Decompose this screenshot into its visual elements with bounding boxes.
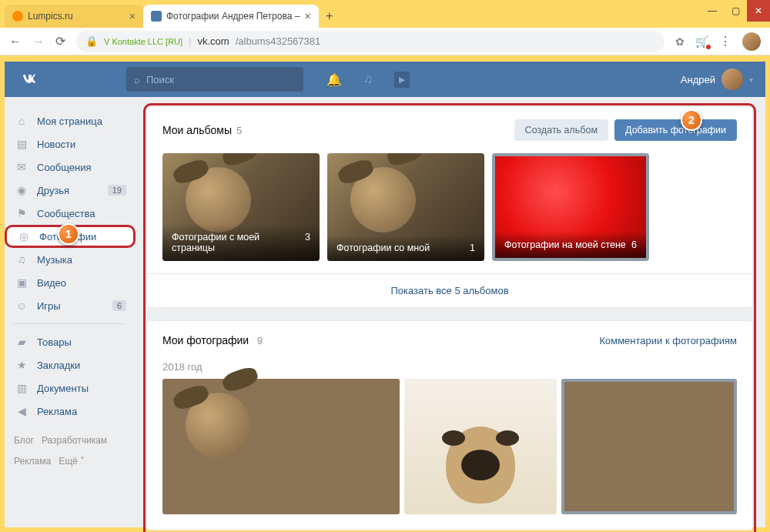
search-input[interactable]: ⌕ Поиск (126, 67, 303, 92)
photo-thumb[interactable] (561, 379, 737, 514)
back-icon[interactable]: ← (9, 35, 22, 49)
user-name: Андрей (681, 74, 715, 85)
url-field[interactable]: 🔒 V Kontakte LLC [RU] | vk.com/albums432… (76, 31, 665, 52)
extension-icon[interactable]: ✿ (675, 35, 685, 48)
sidebar-item-docs[interactable]: ▥Документы (5, 376, 136, 400)
vk-logo[interactable] (17, 67, 42, 92)
camera-icon: ◎ (16, 229, 32, 244)
footer-link[interactable]: Разработчикам (42, 432, 107, 450)
address-bar: ← → ⟳ 🔒 V Kontakte LLC [RU] | vk.com/alb… (0, 28, 770, 55)
album-item[interactable]: Фотографии на моей стене6 (492, 153, 649, 261)
forward-icon: → (32, 35, 45, 49)
messages-icon: ✉ (14, 159, 29, 175)
show-all-albums-link[interactable]: Показать все 5 альбомов (147, 273, 752, 307)
ads-icon: ◀ (14, 403, 29, 419)
create-album-button[interactable]: Создать альбом (514, 119, 608, 141)
profile-avatar[interactable] (742, 32, 761, 51)
close-tab-icon[interactable]: × (129, 10, 136, 22)
sidebar-item-video[interactable]: ▣Видео (5, 271, 136, 294)
footer-link[interactable]: Ещё ˅ (59, 453, 85, 470)
video-icon: ▣ (14, 275, 29, 290)
window-maximize[interactable]: ▢ (724, 0, 747, 22)
footer-link[interactable]: Блог (14, 432, 34, 450)
album-count: 1 (470, 243, 475, 253)
menu-icon[interactable]: ⋮ (719, 34, 732, 49)
sidebar-label: Закладки (37, 360, 80, 371)
album-item[interactable]: Фотографии с моей страницы3 (162, 153, 320, 261)
favicon-lumpics (12, 11, 23, 22)
sidebar-item-groups[interactable]: ⚑Сообщества (5, 202, 136, 225)
close-tab-icon[interactable]: × (304, 10, 310, 22)
tab-strip: Lumpics.ru × Фотографии Андрея Петрова –… (0, 0, 770, 28)
album-count: 6 (631, 239, 637, 250)
search-icon: ⌕ (134, 74, 140, 85)
window-close[interactable]: ✕ (747, 0, 770, 22)
sidebar-label: Сообщества (37, 208, 95, 219)
album-name: Фотографии со мной (336, 243, 430, 253)
games-icon: ☺ (14, 298, 29, 313)
sidebar-label: Сообщения (37, 162, 92, 173)
reload-icon[interactable]: ⟳ (55, 34, 65, 49)
window-minimize[interactable]: — (701, 0, 724, 22)
photos-card: Мои фотографии 9 Комментарии к фотографи… (146, 320, 753, 530)
tab-lumpics[interactable]: Lumpics.ru × (5, 5, 143, 28)
extension-icon[interactable]: 🛒 (695, 35, 708, 48)
photo-thumb[interactable] (162, 379, 400, 514)
sidebar-item-bookmarks[interactable]: ★Закладки (5, 353, 136, 376)
tab-title: Lumpics.ru (28, 11, 73, 22)
user-menu[interactable]: Андрей ▾ (681, 69, 753, 90)
callout-marker-1: 1 (58, 223, 79, 245)
sidebar-label: Видео (37, 277, 66, 289)
sidebar-label: Игры (37, 300, 61, 312)
sidebar-badge: 19 (108, 185, 126, 196)
url-path: /albums432567381 (236, 35, 321, 47)
sidebar-label: Новости (37, 139, 75, 150)
sidebar-label: Реклама (37, 406, 77, 417)
footer-link[interactable]: Реклама (14, 453, 51, 470)
albums-count: 5 (236, 125, 242, 136)
new-tab-button[interactable]: + (319, 5, 340, 28)
album-name: Фотографии с моей страницы (172, 232, 305, 253)
add-photos-button[interactable]: Добавить фотографии (614, 119, 737, 141)
sidebar-item-mypage[interactable]: ⌂Моя страница (5, 109, 136, 132)
year-label: 2018 год (147, 352, 752, 379)
star-icon: ★ (14, 357, 29, 373)
album-name: Фотографии на моей стене (504, 239, 626, 250)
albums-card: Мои альбомы 5 Создать альбом Добавить фо… (146, 106, 753, 308)
user-avatar (721, 69, 743, 90)
albums-title: Мои альбомы (162, 124, 232, 136)
sidebar-item-friends[interactable]: ◉Друзья19 (5, 179, 136, 202)
vk-header: ⌕ Поиск 🔔 ♫ ▶ Андрей ▾ (5, 62, 765, 97)
sidebar-item-messages[interactable]: ✉Сообщения (5, 156, 136, 179)
music-icon[interactable]: ♫ (363, 72, 373, 86)
notifications-icon[interactable]: 🔔 (326, 72, 342, 87)
main-content: Мои альбомы 5 Создать альбом Добавить фо… (146, 106, 753, 532)
album-item[interactable]: Фотографии со мной1 (327, 153, 484, 261)
groups-icon: ⚑ (14, 206, 29, 221)
sidebar-label: Друзья (37, 185, 69, 196)
sidebar-item-market[interactable]: ▰Товары (5, 330, 136, 353)
favicon-vk (151, 11, 162, 22)
play-icon[interactable]: ▶ (394, 72, 410, 88)
music-icon: ♫ (14, 252, 29, 267)
sidebar-item-music[interactable]: ♫Музыка (5, 248, 136, 271)
search-placeholder: Поиск (146, 74, 174, 85)
photos-count: 9 (257, 335, 263, 346)
sidebar: ⌂Моя страница ▤Новости ✉Сообщения ◉Друзь… (5, 106, 136, 532)
sidebar-item-news[interactable]: ▤Новости (5, 132, 136, 156)
chevron-down-icon: ▾ (749, 75, 753, 84)
home-icon: ⌂ (14, 113, 29, 129)
separator (14, 323, 126, 324)
sidebar-label: Товары (37, 336, 72, 348)
sidebar-footer: Блог Разработчикам Реклама Ещё ˅ (5, 423, 136, 480)
callout-marker-2: 2 (681, 109, 702, 131)
photo-thumb[interactable] (404, 379, 557, 514)
friends-icon: ◉ (14, 182, 29, 198)
album-count: 3 (305, 232, 310, 253)
docs-icon: ▥ (14, 380, 29, 396)
sidebar-label: Документы (37, 383, 89, 394)
tab-vk[interactable]: Фотографии Андрея Петрова – × (143, 5, 319, 28)
sidebar-item-games[interactable]: ☺Игры6 (5, 294, 136, 317)
sidebar-item-ads[interactable]: ◀Реклама (5, 400, 136, 423)
comments-link[interactable]: Комментарии к фотографиям (599, 335, 737, 346)
